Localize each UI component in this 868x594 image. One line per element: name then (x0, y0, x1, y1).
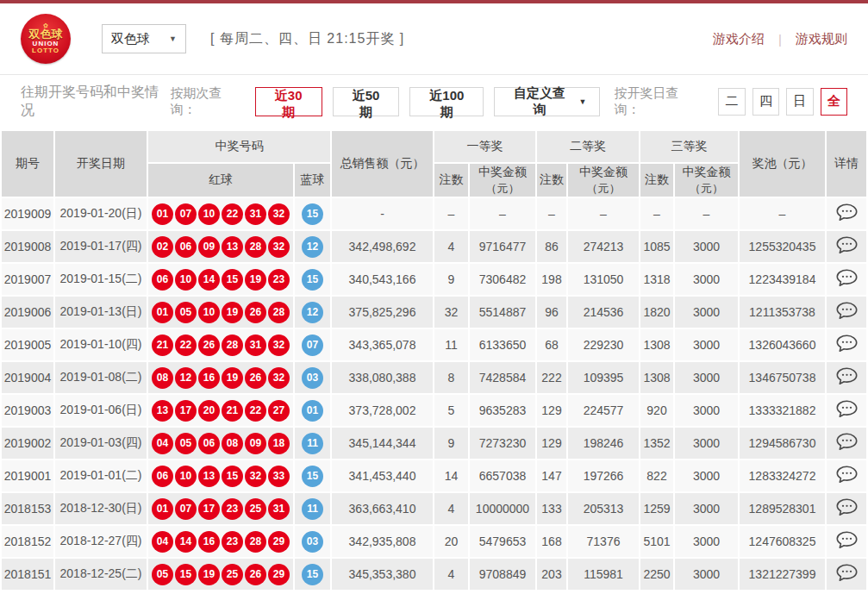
red-ball: 13 (222, 236, 243, 258)
red-ball: 32 (268, 203, 290, 225)
red-balls-cell: 040506080918 (148, 428, 293, 459)
comment-detail-icon[interactable] (836, 531, 858, 549)
comment-detail-icon[interactable] (836, 269, 858, 287)
red-balls-cell: 131720212227 (148, 395, 293, 426)
detail-cell (827, 231, 866, 262)
second-prize-count-cell: 133 (537, 493, 566, 524)
red-ball: 12 (175, 367, 197, 389)
first-prize-amount-cell: 9635283 (470, 395, 535, 426)
custom-query-button[interactable]: 自定义查询 ▼ (494, 87, 600, 116)
blue-ball: 15 (302, 466, 323, 487)
red-ball: 17 (198, 498, 220, 520)
total-sales-cell: 363,663,410 (332, 493, 433, 524)
period-btn-last30[interactable]: 近30期 (255, 87, 322, 116)
weekday-btn-thu[interactable]: 四 (752, 88, 779, 116)
comment-detail-icon[interactable] (836, 564, 858, 582)
red-balls-cell: 061013153233 (148, 460, 293, 491)
red-balls-cell: 081216192632 (148, 362, 293, 393)
col-header-third-count: 注数 (640, 164, 673, 197)
red-ball: 10 (198, 302, 220, 323)
red-ball: 23 (268, 269, 290, 291)
third-prize-count-cell: 5101 (640, 526, 673, 557)
jackpot-cell: 1283324272 (740, 460, 825, 491)
table-row: 20181512018-12-25(二)05151925262915345,35… (2, 559, 866, 590)
first-prize-amount-cell: 6133650 (470, 329, 535, 360)
red-ball: 04 (152, 531, 173, 553)
red-balls-cell: 212226283132 (148, 329, 293, 360)
red-ball: 14 (198, 269, 220, 291)
table-row: 20190092019-01-20(日)01071022313215-–––––… (2, 198, 866, 229)
third-prize-count-cell: 1085 (640, 231, 673, 262)
jackpot-cell: – (740, 198, 825, 229)
total-sales-cell: 341,453,440 (332, 460, 433, 491)
blue-ball-cell: 11 (295, 493, 330, 524)
detail-cell (827, 395, 866, 426)
total-sales-cell: 338,080,388 (332, 362, 433, 393)
game-select[interactable]: 双色球 ▼ (102, 24, 186, 53)
col-header-first-count: 注数 (434, 164, 468, 197)
jackpot-cell: 1211353738 (740, 297, 825, 328)
total-sales-cell: 375,825,296 (332, 297, 433, 328)
comment-detail-icon[interactable] (836, 466, 858, 484)
red-ball: 19 (198, 564, 220, 585)
comment-detail-icon[interactable] (836, 236, 858, 254)
red-ball: 21 (222, 400, 243, 422)
second-prize-amount-cell: 197266 (568, 460, 639, 491)
comment-detail-icon[interactable] (836, 498, 858, 516)
first-prize-count-cell: 4 (434, 493, 468, 524)
weekday-btn-sun[interactable]: 日 (786, 88, 813, 116)
weekday-btn-all[interactable]: 全 (821, 88, 847, 116)
red-ball: 19 (222, 367, 243, 389)
first-prize-amount-cell: 7306482 (470, 264, 535, 295)
blue-ball-cell: 12 (295, 297, 330, 328)
third-prize-amount-cell: 3000 (675, 395, 738, 426)
red-ball: 31 (268, 498, 290, 520)
link-game-rules[interactable]: 游戏规则 (796, 31, 847, 47)
red-ball: 06 (152, 466, 173, 487)
comment-detail-icon[interactable] (836, 433, 858, 451)
comment-detail-icon[interactable] (836, 335, 858, 353)
red-ball: 01 (152, 498, 173, 520)
jackpot-cell: 1255320435 (740, 231, 825, 262)
period-btn-last100[interactable]: 近100期 (409, 87, 484, 116)
second-prize-count-cell: 96 (537, 297, 566, 328)
comment-detail-icon[interactable] (836, 302, 858, 320)
comment-detail-icon[interactable] (836, 400, 858, 418)
second-prize-amount-cell: – (568, 198, 639, 229)
red-ball: 26 (245, 302, 266, 323)
col-header-date: 开奖日期 (55, 131, 147, 197)
blue-ball: 03 (302, 531, 323, 553)
red-ball: 20 (198, 400, 220, 422)
second-prize-count-cell: 129 (537, 428, 566, 459)
comment-detail-icon[interactable] (836, 367, 858, 385)
second-prize-amount-cell: 109395 (568, 362, 639, 393)
first-prize-amount-cell: 9716477 (470, 231, 535, 262)
red-ball: 08 (152, 367, 173, 389)
issue-cell: 2019001 (2, 460, 53, 491)
weekday-btn-tue[interactable]: 二 (718, 88, 745, 116)
third-prize-count-cell: 920 (640, 395, 673, 426)
blue-ball: 15 (302, 564, 323, 585)
third-prize-count-cell: 822 (640, 460, 673, 491)
issue-cell: 2019003 (2, 395, 53, 426)
red-ball: 17 (175, 400, 197, 422)
jackpot-cell: 1247608325 (740, 526, 825, 557)
red-ball: 10 (175, 269, 197, 291)
period-btn-last50[interactable]: 近50期 (333, 87, 400, 116)
logo-lotto: LOTTO (32, 47, 59, 54)
link-game-intro[interactable]: 游戏介绍 (713, 31, 765, 47)
detail-cell (827, 264, 866, 295)
second-prize-amount-cell: 131050 (568, 264, 639, 295)
red-ball: 04 (152, 433, 173, 454)
total-sales-cell: 342,498,692 (332, 231, 433, 262)
date-cell: 2019-01-08(二) (55, 362, 147, 393)
red-balls-cell: 010510192628 (148, 297, 293, 328)
jackpot-cell: 1294586730 (740, 428, 825, 459)
second-prize-count-cell: 129 (537, 395, 566, 426)
second-prize-amount-cell: 274213 (568, 231, 639, 262)
red-ball: 32 (268, 367, 290, 389)
col-header-detail: 详情 (827, 131, 866, 197)
comment-detail-icon[interactable] (836, 203, 858, 222)
second-prize-amount-cell: 71376 (568, 526, 639, 557)
blue-ball-cell: 01 (295, 395, 330, 426)
